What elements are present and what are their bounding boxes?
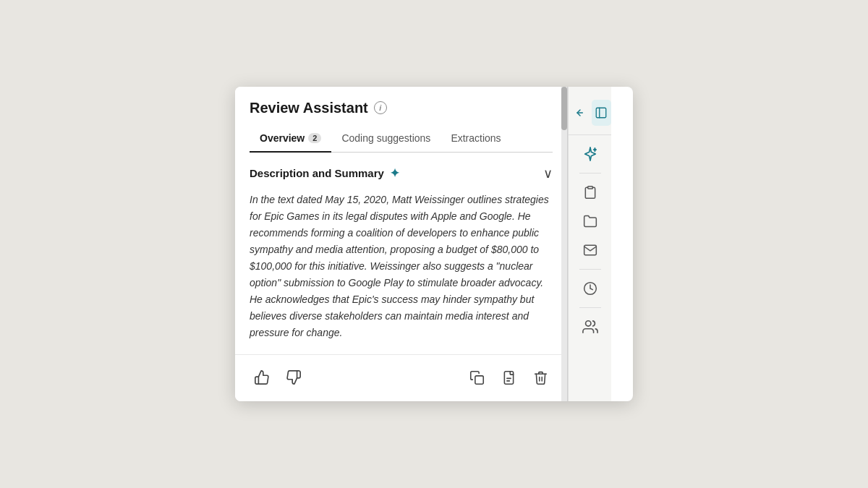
sidebar-divider-3 [579, 307, 601, 308]
tabs-bar: Overview 2 Coding suggestions Extraction… [250, 127, 553, 153]
review-assistant-panel: Review Assistant i Overview 2 Coding sug… [235, 87, 633, 402]
ai-sparkle-button[interactable] [576, 141, 605, 167]
tab-coding-label: Coding suggestions [341, 132, 430, 144]
folder-button[interactable] [576, 208, 605, 234]
thumbs-down-button[interactable] [281, 365, 306, 390]
clock-button[interactable] [576, 275, 605, 301]
main-panel: Review Assistant i Overview 2 Coding sug… [235, 87, 568, 402]
sidebar-divider-2 [579, 269, 601, 270]
panel-header: Review Assistant i Overview 2 Coding sug… [235, 87, 567, 153]
section-header: Description and Summary ✦ ∨ [250, 166, 553, 181]
sidebar-top [569, 94, 611, 135]
svg-point-9 [585, 320, 590, 325]
users-button[interactable] [576, 314, 605, 340]
title-row: Review Assistant i [250, 100, 553, 116]
svg-rect-1 [504, 372, 513, 385]
info-icon[interactable]: i [374, 101, 387, 114]
panel-title: Review Assistant [250, 100, 368, 116]
section-title: Description and Summary ✦ [250, 166, 399, 180]
sparkle-icon: ✦ [390, 166, 399, 180]
scrollbar-track[interactable] [561, 87, 567, 402]
tab-overview[interactable]: Overview 2 [250, 127, 331, 153]
action-bar [235, 354, 567, 401]
delete-button[interactable] [528, 365, 553, 390]
svg-rect-0 [475, 376, 482, 384]
copy-button[interactable] [464, 365, 489, 390]
tab-overview-label: Overview [260, 132, 305, 144]
clipboard-button[interactable] [576, 179, 605, 205]
svg-rect-5 [597, 108, 607, 118]
collapse-button[interactable]: ∨ [543, 166, 553, 181]
scrollbar-thumb[interactable] [561, 87, 567, 130]
note-button[interactable] [496, 365, 521, 390]
right-sidebar [568, 87, 611, 402]
back-arrow-button[interactable] [569, 100, 589, 126]
action-group-feedback [250, 365, 306, 390]
summary-text: In the text dated May 15, 2020, Matt Wei… [250, 192, 553, 342]
thumbs-up-button[interactable] [250, 365, 274, 390]
mail-button[interactable] [576, 237, 605, 263]
tab-extractions-label: Extractions [451, 132, 501, 144]
tab-coding[interactable]: Coding suggestions [331, 127, 441, 153]
sidebar-divider-1 [579, 173, 601, 174]
tab-extractions[interactable]: Extractions [441, 127, 511, 153]
panel-body: Description and Summary ✦ ∨ In the text … [235, 153, 567, 355]
svg-rect-7 [587, 186, 592, 188]
panel-view-button[interactable] [592, 100, 612, 126]
tab-overview-badge: 2 [308, 133, 321, 143]
action-group-tools [464, 365, 553, 390]
section-title-text: Description and Summary [250, 167, 384, 179]
